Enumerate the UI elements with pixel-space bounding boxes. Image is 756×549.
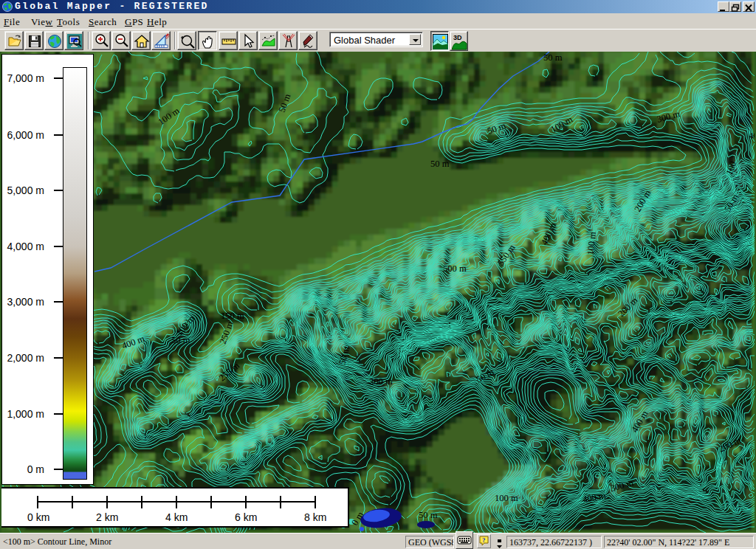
svg-text:150 m: 150 m — [221, 311, 244, 321]
svg-text:200 m: 200 m — [369, 376, 393, 387]
svg-text:50 m: 50 m — [419, 510, 438, 520]
svg-text:50 m: 50 m — [543, 52, 563, 63]
svg-text:100 m: 100 m — [585, 231, 598, 255]
svg-text:400: 400 — [749, 131, 755, 141]
svg-text:50 m: 50 m — [430, 159, 450, 169]
svg-text:3D: 3D — [453, 34, 462, 41]
svg-text:?: ? — [482, 536, 486, 544]
svg-text:500 m: 500 m — [443, 263, 467, 274]
svg-text:100 m: 100 m — [495, 493, 518, 503]
